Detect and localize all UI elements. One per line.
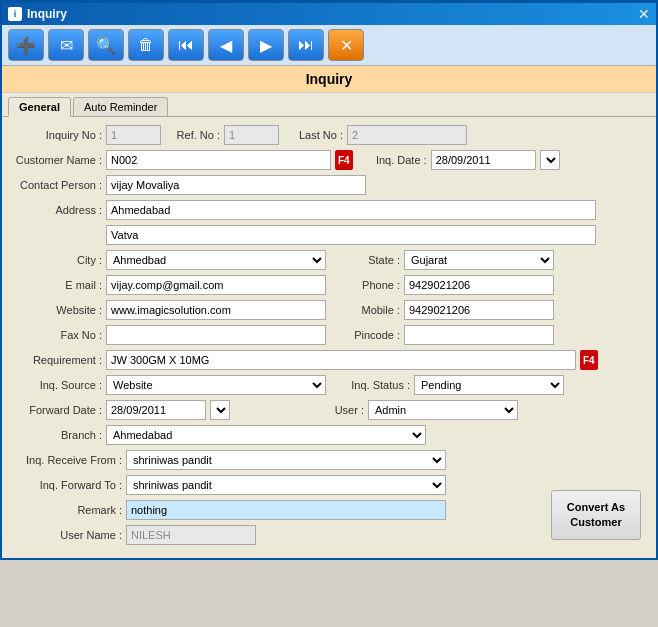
close-window-button[interactable]: ✕ (328, 29, 364, 61)
first-button[interactable]: ⏮ (168, 29, 204, 61)
inquiry-no-field[interactable] (106, 125, 161, 145)
tab-auto-reminder[interactable]: Auto Reminder (73, 97, 168, 116)
bottom-left: Inq. Receive From : shriniwas pandit Inq… (12, 450, 538, 550)
row-customer-name: Customer Name : F4 Inq. Date : ▼ (12, 150, 646, 170)
requirement-f4-badge[interactable]: F4 (580, 350, 598, 370)
row-address1: Address : (12, 200, 646, 220)
row-forward-date-user: Forward Date : ▼ User : Admin (12, 400, 646, 420)
search-button[interactable]: 🔍 (88, 29, 124, 61)
prev-button[interactable]: ◀ (208, 29, 244, 61)
state-label: State : (330, 254, 400, 266)
form-content: Inquiry No : Ref. No : Last No : Custome… (2, 117, 656, 558)
add-button[interactable]: ➕ (8, 29, 44, 61)
inq-date-label: Inq. Date : (357, 154, 427, 166)
city-label: City : (12, 254, 102, 266)
customer-f4-badge[interactable]: F4 (335, 150, 353, 170)
row-forward-to: Inq. Forward To : shriniwas pandit (12, 475, 538, 495)
city-dropdown[interactable]: Ahmedbad (106, 250, 326, 270)
email-field[interactable] (106, 275, 326, 295)
inq-date-dropdown[interactable]: ▼ (540, 150, 560, 170)
inquiry-no-label: Inquiry No : (12, 129, 102, 141)
toolbar: ➕ ✉ 🔍 🗑 ⏮ ◀ ▶ ⏭ ✕ (2, 25, 656, 66)
website-field[interactable] (106, 300, 326, 320)
inquiry-window: i Inquiry ✕ ➕ ✉ 🔍 🗑 ⏮ ◀ ▶ ⏭ ✕ Inquiry Ge… (0, 0, 658, 560)
phone-field[interactable] (404, 275, 554, 295)
customer-name-field[interactable] (106, 150, 331, 170)
row-address2 (12, 225, 646, 245)
inq-forward-to-dropdown[interactable]: shriniwas pandit (126, 475, 446, 495)
convert-customer-button[interactable]: Convert As Customer (551, 490, 641, 540)
user-dropdown[interactable]: Admin (368, 400, 518, 420)
branch-label: Branch : (12, 429, 102, 441)
form-title: Inquiry (2, 66, 656, 93)
convert-button-line2: Customer (570, 516, 621, 528)
delete-button[interactable]: 🗑 (128, 29, 164, 61)
forward-date-dropdown[interactable]: ▼ (210, 400, 230, 420)
email-button[interactable]: ✉ (48, 29, 84, 61)
window-close-button[interactable]: ✕ (638, 7, 650, 21)
forward-date-label: Forward Date : (12, 404, 102, 416)
inq-receive-from-dropdown[interactable]: shriniwas pandit (126, 450, 446, 470)
convert-section: Convert As Customer (546, 450, 646, 550)
website-label: Website : (12, 304, 102, 316)
inq-source-dropdown[interactable]: Website (106, 375, 326, 395)
ref-no-field[interactable] (224, 125, 279, 145)
address-line1-field[interactable] (106, 200, 596, 220)
pincode-field[interactable] (404, 325, 554, 345)
remark-field[interactable] (126, 500, 446, 520)
inq-source-label: Inq. Source : (12, 379, 102, 391)
state-dropdown[interactable]: Gujarat (404, 250, 554, 270)
last-button[interactable]: ⏭ (288, 29, 324, 61)
row-city-state: City : Ahmedbad State : Gujarat (12, 250, 646, 270)
fax-label: Fax No : (12, 329, 102, 341)
bottom-section: Inq. Receive From : shriniwas pandit Inq… (12, 450, 646, 550)
row-fax-pincode: Fax No : Pincode : (12, 325, 646, 345)
row-email-phone: E mail : Phone : (12, 275, 646, 295)
title-bar: i Inquiry ✕ (2, 3, 656, 25)
window-title: Inquiry (27, 7, 67, 21)
row-contact-person: Contact Person : (12, 175, 646, 195)
row-website-mobile: Website : Mobile : (12, 300, 646, 320)
branch-dropdown[interactable]: Ahmedabad (106, 425, 426, 445)
remark-label: Remark : (12, 504, 122, 516)
address-line2-field[interactable] (106, 225, 596, 245)
window-icon: i (8, 7, 22, 21)
user-name-field (126, 525, 256, 545)
row-remark: Remark : (12, 500, 538, 520)
ref-no-label: Ref. No : (165, 129, 220, 141)
inq-receive-from-label: Inq. Receive From : (12, 454, 122, 466)
mobile-field[interactable] (404, 300, 554, 320)
contact-person-label: Contact Person : (12, 179, 102, 191)
inq-forward-to-label: Inq. Forward To : (12, 479, 122, 491)
email-label: E mail : (12, 279, 102, 291)
last-no-label: Last No : (283, 129, 343, 141)
user-name-label: User Name : (12, 529, 122, 541)
row-receive-from: Inq. Receive From : shriniwas pandit (12, 450, 538, 470)
row-user-name: User Name : (12, 525, 538, 545)
phone-label: Phone : (330, 279, 400, 291)
inq-status-label: Inq. Status : (330, 379, 410, 391)
forward-date-field[interactable] (106, 400, 206, 420)
inq-status-dropdown[interactable]: Pending (414, 375, 564, 395)
tabs-container: General Auto Reminder (2, 93, 656, 117)
pincode-label: Pincode : (330, 329, 400, 341)
fax-field[interactable] (106, 325, 326, 345)
user-label: User : (234, 404, 364, 416)
convert-button-line1: Convert As (567, 501, 625, 513)
contact-person-field[interactable] (106, 175, 366, 195)
inq-date-field[interactable] (431, 150, 536, 170)
mobile-label: Mobile : (330, 304, 400, 316)
row-source-status: Inq. Source : Website Inq. Status : Pend… (12, 375, 646, 395)
requirement-label: Requirement : (12, 354, 102, 366)
next-button[interactable]: ▶ (248, 29, 284, 61)
last-no-field[interactable] (347, 125, 467, 145)
tab-general[interactable]: General (8, 97, 71, 117)
address-label: Address : (12, 204, 102, 216)
requirement-field[interactable] (106, 350, 576, 370)
row-inquiry-no: Inquiry No : Ref. No : Last No : (12, 125, 646, 145)
row-requirement: Requirement : F4 (12, 350, 646, 370)
customer-name-label: Customer Name : (12, 154, 102, 166)
row-branch: Branch : Ahmedabad (12, 425, 646, 445)
